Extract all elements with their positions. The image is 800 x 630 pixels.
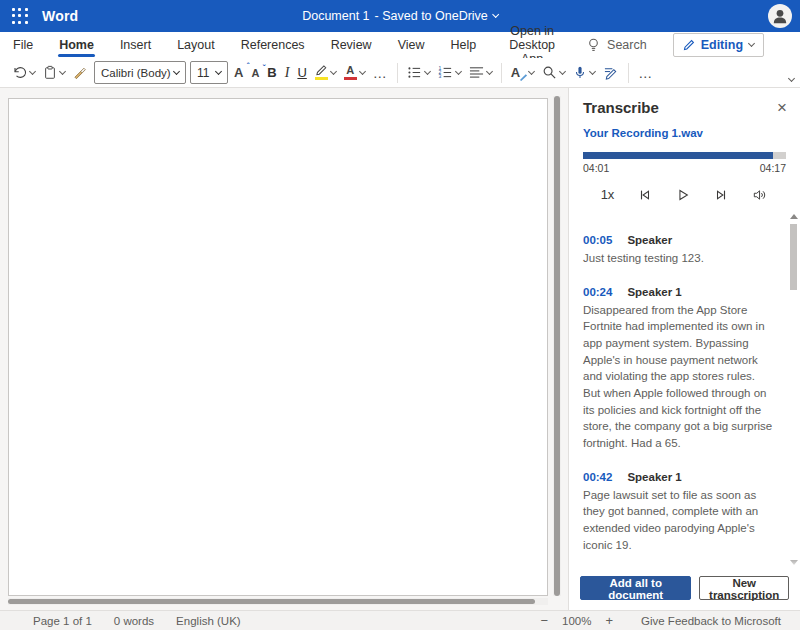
ribbon-tabs: File Home Insert Layout References Revie…: [0, 32, 800, 58]
document-vertical-scrollbar[interactable]: [553, 96, 561, 596]
font-color-icon: A: [344, 65, 357, 80]
undo-button[interactable]: [8, 61, 39, 85]
forward-button[interactable]: [714, 188, 728, 202]
chevron-down-icon: [29, 67, 36, 74]
underline-button[interactable]: U: [293, 61, 310, 85]
chevron-down-icon: [528, 67, 535, 74]
zoom-out-button[interactable]: −: [530, 613, 558, 628]
app-launcher-icon[interactable]: [12, 8, 28, 24]
tab-layout[interactable]: Layout: [164, 32, 228, 58]
shrink-font-icon: Aˇ: [251, 67, 259, 79]
chevron-down-icon: [559, 67, 566, 74]
more-font-options-button[interactable]: …: [369, 61, 392, 85]
new-transcription-button[interactable]: New transcription: [699, 576, 789, 600]
editing-mode-button[interactable]: Editing: [673, 33, 764, 57]
tab-review[interactable]: Review: [318, 32, 385, 58]
document-workspace: [0, 88, 568, 610]
person-icon: [771, 7, 789, 25]
entry-text[interactable]: Page lawsuit set to file as soon as they…: [583, 487, 774, 554]
chevron-down-icon: [589, 67, 596, 74]
tab-help[interactable]: Help: [438, 32, 490, 58]
highlight-color-button[interactable]: [311, 61, 340, 85]
dictate-button[interactable]: [569, 61, 599, 85]
alignment-button[interactable]: [465, 61, 496, 85]
tab-file[interactable]: File: [0, 32, 46, 58]
editing-label: Editing: [701, 38, 743, 52]
entry-text[interactable]: Just testing testing 123.: [583, 250, 774, 267]
transcribe-header: Transcribe ×: [569, 88, 800, 116]
language-selector[interactable]: English (UK): [165, 615, 252, 627]
entry-timestamp[interactable]: 00:05: [583, 234, 612, 246]
format-painter-button[interactable]: [69, 61, 92, 85]
app-name[interactable]: Word: [42, 8, 78, 24]
tab-view[interactable]: View: [385, 32, 438, 58]
zoom-in-button[interactable]: +: [595, 613, 623, 628]
italic-button[interactable]: I: [281, 61, 294, 85]
recording-name-link[interactable]: Your Recording 1.wav: [569, 116, 800, 139]
entry-timestamp[interactable]: 00:42: [583, 471, 612, 483]
add-all-to-document-button[interactable]: Add all to document: [580, 576, 691, 600]
font-name-select[interactable]: Calibri (Body): [94, 61, 186, 84]
numbering-button[interactable]: 1 2 3: [434, 61, 465, 85]
tab-insert[interactable]: Insert: [107, 32, 164, 58]
search-control[interactable]: Search: [587, 38, 673, 53]
search-label: Search: [607, 38, 647, 52]
formatting-toolbar: Calibri (Body) 11 Aˆ Aˇ B I U A: [0, 58, 800, 88]
transcript-list[interactable]: 00:05 Speaker Just testing testing 123. …: [569, 210, 800, 569]
styles-icon: A: [511, 65, 520, 80]
tab-references[interactable]: References: [228, 32, 318, 58]
volume-button[interactable]: [752, 188, 768, 202]
font-size-select[interactable]: 11: [190, 61, 228, 84]
transcript-entry[interactable]: 00:24 Speaker 1 Disappeared from the App…: [583, 286, 774, 452]
word-count[interactable]: 0 words: [103, 615, 165, 627]
play-button[interactable]: [676, 188, 690, 202]
toolbar-divider: [628, 63, 629, 83]
entry-text[interactable]: Disappeared from the App Store Fortnite …: [583, 302, 774, 452]
tab-home[interactable]: Home: [46, 32, 107, 58]
bold-button[interactable]: B: [263, 61, 280, 85]
font-size-value: 11: [197, 66, 209, 80]
shrink-font-button[interactable]: Aˇ: [247, 61, 263, 85]
toolbar-divider: [501, 63, 502, 83]
word-online-window: Word Document 1 - Saved to OneDrive File…: [0, 0, 800, 630]
skip-back-icon: [638, 188, 652, 202]
undo-icon: [12, 65, 27, 80]
entry-timestamp[interactable]: 00:24: [583, 286, 612, 298]
play-icon: [676, 188, 690, 202]
grow-font-button[interactable]: Aˆ: [230, 61, 247, 85]
transcript-entry[interactable]: 00:05 Speaker Just testing testing 123.: [583, 234, 774, 267]
playback-progress-bar[interactable]: [583, 152, 786, 159]
document-horizontal-scrollbar[interactable]: [8, 598, 548, 605]
scroll-up-icon[interactable]: [790, 214, 798, 219]
transcribe-actions: Add all to document New transcription: [569, 569, 800, 610]
progress-fill: [583, 152, 773, 159]
editor-button[interactable]: [599, 61, 623, 85]
paste-button[interactable]: [39, 61, 69, 85]
elapsed-time: 04:01: [583, 162, 609, 174]
total-duration: 04:17: [760, 162, 786, 174]
collapse-ribbon-button[interactable]: [789, 69, 794, 84]
status-right: − 100% + Give Feedback to Microsoft: [530, 613, 792, 628]
scroll-down-icon[interactable]: [790, 560, 798, 565]
find-button[interactable]: [538, 61, 569, 85]
chevron-down-icon: [330, 67, 337, 74]
transcript-scrollbar[interactable]: [789, 212, 798, 567]
styles-button[interactable]: A: [507, 61, 538, 85]
editor-pen-icon: [603, 65, 619, 80]
close-panel-button[interactable]: ×: [777, 99, 787, 116]
entry-speaker: Speaker 1: [627, 471, 681, 483]
feedback-link[interactable]: Give Feedback to Microsoft: [623, 615, 792, 627]
rewind-button[interactable]: [638, 188, 652, 202]
clipboard-icon: [43, 65, 57, 80]
document-title[interactable]: Document 1 - Saved to OneDrive: [302, 9, 498, 23]
more-commands-button[interactable]: …: [634, 61, 657, 85]
bullets-button[interactable]: [403, 61, 434, 85]
page-count[interactable]: Page 1 of 1: [22, 615, 103, 627]
font-color-button[interactable]: A: [340, 61, 369, 85]
transcript-entry[interactable]: 00:42 Speaker 1 Page lawsuit set to file…: [583, 471, 774, 554]
playback-speed-button[interactable]: 1x: [601, 187, 615, 202]
zoom-level[interactable]: 100%: [558, 615, 595, 627]
toolbar-divider: [397, 63, 398, 83]
scrollbar-thumb[interactable]: [790, 224, 797, 290]
document-canvas[interactable]: [8, 98, 548, 596]
